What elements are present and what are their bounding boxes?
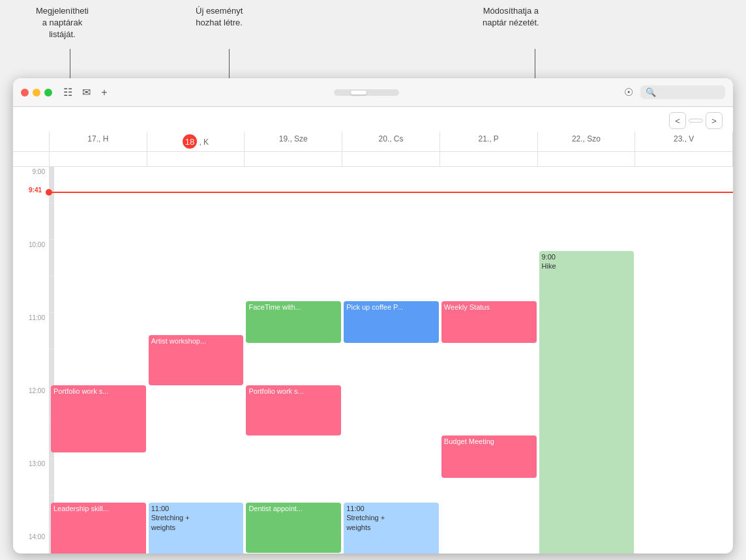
day-header-sun: 23., V bbox=[635, 132, 733, 151]
day-label-sat: 22., Szo bbox=[572, 134, 601, 143]
event-e17[interactable]: 11:00 Stretching + weights bbox=[344, 503, 439, 553]
view-year-button[interactable] bbox=[382, 91, 398, 95]
day-header-thu: 20., Cs bbox=[342, 132, 440, 151]
current-time-label: 9:41 bbox=[13, 186, 46, 194]
event-col-wed: FaceTime with...Portfolio work s...Denti… bbox=[245, 167, 342, 553]
event-col-sun: Call with Grandpa bbox=[635, 167, 733, 553]
event-e23[interactable]: Weekly Status bbox=[441, 301, 537, 343]
annotation-new-event: Új eseményt hozhat létre. bbox=[196, 5, 243, 29]
cell-sun-5 bbox=[53, 349, 54, 386]
view-button-group bbox=[334, 89, 399, 96]
calendar-window: ☷ ✉ + ☉ 🔍 < > bbox=[13, 78, 733, 553]
titlebar: ☷ ✉ + ☉ 🔍 bbox=[13, 78, 733, 107]
day-label-tue: , K bbox=[199, 138, 209, 147]
day-label-sun: 23., V bbox=[674, 134, 694, 143]
cell-sun-1 bbox=[53, 203, 54, 240]
event-e6[interactable]: 11:00 Stretching + weights bbox=[149, 503, 244, 553]
day-header-tue: 18 , K bbox=[147, 132, 245, 151]
view-week-button[interactable] bbox=[351, 91, 366, 95]
day-header-wed: 19., Sze bbox=[245, 132, 342, 151]
day-label-thu: 20., Cs bbox=[378, 134, 403, 143]
day-label-mon: 17., H bbox=[87, 134, 108, 143]
calendar-header: < > bbox=[13, 107, 733, 132]
event-col-fri: Weekly StatusBudget MeetingCall with Lup… bbox=[440, 167, 538, 553]
allday-thu bbox=[342, 152, 440, 166]
allday-sat bbox=[538, 152, 636, 166]
allday-fri bbox=[440, 152, 538, 166]
view-day-button[interactable] bbox=[335, 91, 351, 95]
event-e10[interactable]: FaceTime with... bbox=[246, 301, 341, 343]
time-label-4: 11:00 bbox=[13, 313, 50, 349]
cell-sun-0 bbox=[53, 167, 54, 203]
event-col-thu: Pick up coffee P...11:00 Stretching + we… bbox=[342, 167, 440, 553]
time-label-2: 10:00 bbox=[13, 240, 50, 276]
cell-sun-3 bbox=[53, 276, 54, 313]
time-label-6: 12:00 bbox=[13, 386, 50, 422]
allday-mon bbox=[50, 152, 147, 166]
search-icon: 🔍 bbox=[646, 87, 656, 97]
allday-label bbox=[13, 152, 50, 166]
view-selector bbox=[116, 89, 617, 96]
event-e24[interactable]: Budget Meeting bbox=[441, 435, 537, 477]
annotation-view: Módosíthatja a naptár nézetét. bbox=[483, 5, 539, 29]
minimize-button[interactable] bbox=[33, 89, 40, 96]
event-e5[interactable]: Artist workshop... bbox=[149, 335, 244, 385]
day-headers-row: 17., H 18 , K 19., Sze 20., Cs 21., P 22… bbox=[13, 132, 733, 152]
allday-wed bbox=[245, 152, 342, 166]
next-button[interactable]: > bbox=[706, 112, 723, 129]
day-header-mon: 17., H bbox=[50, 132, 147, 151]
cell-sun-8 bbox=[53, 459, 54, 495]
time-label-7 bbox=[13, 422, 50, 459]
time-label-9 bbox=[13, 495, 50, 532]
event-e11[interactable]: Portfolio work s... bbox=[246, 385, 341, 435]
time-label-8: 13:00 bbox=[13, 459, 50, 495]
inbox-icon[interactable]: ✉ bbox=[80, 86, 93, 99]
event-e16[interactable]: Pick up coffee P... bbox=[344, 301, 439, 343]
toolbar-right: ☉ 🔍 bbox=[622, 85, 725, 99]
add-event-icon[interactable]: + bbox=[98, 86, 111, 99]
allday-tue bbox=[147, 152, 245, 166]
time-label-10: 14:00 bbox=[13, 532, 50, 553]
event-e26[interactable]: 9:00 Hike bbox=[539, 251, 634, 553]
nav-controls: < > bbox=[669, 112, 723, 129]
calendar-list-icon[interactable]: ☷ bbox=[61, 86, 74, 99]
cell-sun-4 bbox=[53, 313, 54, 349]
traffic-lights bbox=[21, 89, 52, 96]
event-e1[interactable]: Portfolio work s... bbox=[51, 385, 146, 452]
event-col-tue: Artist workshop...11:00 Stretching + wei… bbox=[147, 167, 245, 553]
view-month-button[interactable] bbox=[366, 91, 382, 95]
allday-row bbox=[13, 152, 733, 167]
day-header-fri: 21., P bbox=[440, 132, 538, 151]
event-e2[interactable]: Leadership skill... bbox=[51, 503, 146, 553]
allday-sun bbox=[635, 152, 733, 166]
time-label-3 bbox=[13, 276, 50, 313]
time-label-0: 9:00 bbox=[13, 167, 50, 203]
time-col-spacer bbox=[13, 132, 50, 151]
time-label-5 bbox=[13, 349, 50, 386]
time-grid: 9:0010:0011:0012:0013:0014:0015:0016:001… bbox=[13, 167, 733, 553]
day-label-wed: 19., Sze bbox=[279, 134, 308, 143]
day-label-fri: 21., P bbox=[479, 134, 499, 143]
event-col-mon: Portfolio work s...Leadership skill...Pr… bbox=[50, 167, 147, 553]
annotation-calendars: Megjelenítheti a naptárak listáját. bbox=[36, 5, 89, 41]
calendar-grid: 17., H 18 , K 19., Sze 20., Cs 21., P 22… bbox=[13, 132, 733, 553]
location-icon[interactable]: ☉ bbox=[622, 86, 635, 99]
cell-sun-2 bbox=[53, 240, 54, 276]
day-num-tue: 18 bbox=[183, 134, 197, 149]
event-e12[interactable]: Dentist appoint... bbox=[246, 503, 341, 553]
prev-button[interactable]: < bbox=[669, 112, 686, 129]
current-time-line bbox=[50, 192, 733, 193]
time-grid-scroll[interactable]: 9:0010:0011:0012:0013:0014:0015:0016:001… bbox=[13, 167, 733, 553]
search-box[interactable]: 🔍 bbox=[640, 85, 725, 99]
event-col-sat: 9:00 Hike bbox=[538, 167, 636, 553]
day-header-sat: 22., Szo bbox=[538, 132, 636, 151]
time-label-1 bbox=[13, 203, 50, 240]
maximize-button[interactable] bbox=[44, 89, 52, 96]
today-button[interactable] bbox=[689, 119, 703, 123]
close-button[interactable] bbox=[21, 89, 29, 96]
